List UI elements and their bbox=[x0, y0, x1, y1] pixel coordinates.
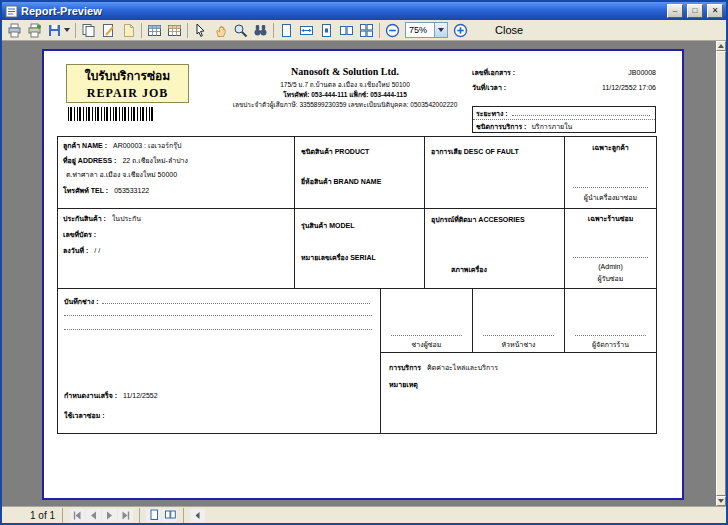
title-bar[interactable]: Report-Preview – □ ✕ bbox=[2, 2, 726, 20]
single-page-mode-button[interactable] bbox=[146, 509, 161, 522]
page-button[interactable] bbox=[119, 22, 138, 39]
table-view-icon bbox=[147, 23, 162, 38]
document-area[interactable]: ใบรับบริการซ่อม REPAIR JOB Nanosoft & So… bbox=[2, 41, 726, 506]
customer-tel-value: 053533122 bbox=[114, 186, 149, 195]
actual-size-view-button[interactable] bbox=[317, 22, 336, 39]
tech-note-label: บันทึกช่าง : bbox=[64, 297, 98, 306]
zoom-in-icon bbox=[453, 23, 468, 38]
company-tax-id: เลขประจำตัวผู้เสียภาษี: 3355899230359 เล… bbox=[202, 100, 488, 109]
zoom-value: 75% bbox=[406, 25, 434, 35]
multi-page-view-button[interactable] bbox=[357, 22, 376, 39]
shop-only-label: เฉพาะร้านซ่อม bbox=[565, 214, 656, 223]
receiver-label: ผู้รับซ่อม bbox=[565, 274, 656, 283]
customer-address-label: ที่อยู่ ADDRESS : bbox=[63, 156, 116, 165]
two-page-view-icon bbox=[339, 23, 354, 38]
company-phone: โทรศัพท์: 053-444-111 แฟ็กซ์: 053-444-11… bbox=[202, 90, 488, 99]
edit-page-icon bbox=[101, 23, 116, 38]
table-view-button[interactable] bbox=[145, 22, 164, 39]
service-kind-label: ชนิดการบริการ : bbox=[476, 122, 526, 131]
document-info: เลขที่เอกสาร : JB00008 วันที่/เวลา : 11/… bbox=[472, 68, 656, 98]
close-preview-button[interactable]: Close bbox=[485, 22, 533, 39]
copy-button[interactable] bbox=[79, 22, 98, 39]
chevron-down-icon bbox=[438, 28, 444, 32]
note-line bbox=[64, 315, 372, 316]
page-indicator: 1 of 1 bbox=[30, 510, 55, 521]
statusbar-separator bbox=[139, 508, 140, 523]
scroll-up-button[interactable] bbox=[716, 41, 726, 51]
maximize-button[interactable]: □ bbox=[687, 4, 703, 18]
export-icon bbox=[47, 23, 62, 38]
arrow-up-icon bbox=[718, 44, 724, 48]
customer-sign-cell: เฉพาะลูกค้า ผู้นำเครื่องมาซ่อม bbox=[565, 137, 656, 209]
page-width-view-button[interactable] bbox=[297, 22, 316, 39]
pan-hand-button[interactable] bbox=[211, 22, 230, 39]
export-button[interactable] bbox=[45, 22, 72, 39]
zoom-in-button[interactable] bbox=[451, 22, 470, 39]
customer-address1-value: 22 ถ.เชียงใหม่-ลำปาง bbox=[122, 156, 188, 165]
zoom-magnifier-button[interactable] bbox=[231, 22, 250, 39]
zoom-out-icon bbox=[385, 23, 400, 38]
previous-page-button[interactable] bbox=[86, 509, 101, 522]
table-style-button[interactable] bbox=[165, 22, 184, 39]
doc-no-value: JB00008 bbox=[628, 68, 656, 77]
edit-page-button[interactable] bbox=[99, 22, 118, 39]
close-window-button[interactable]: ✕ bbox=[707, 4, 723, 18]
repair-job-title-th: ใบรับบริการซ่อม bbox=[85, 66, 170, 85]
scrollbar-thumb[interactable] bbox=[716, 51, 726, 496]
warranty-label: ประกันสินค้า : bbox=[63, 214, 106, 223]
warranty-value: ในประกัน bbox=[112, 214, 141, 223]
first-page-button[interactable] bbox=[70, 509, 85, 522]
condition-label: สภาพเครื่อง bbox=[451, 265, 487, 274]
whole-page-view-button[interactable] bbox=[277, 22, 296, 39]
arrow-down-icon bbox=[718, 499, 724, 503]
warranty-card-no-label: เลขที่บัตร : bbox=[63, 230, 96, 239]
zoom-out-button[interactable] bbox=[383, 22, 402, 39]
scroll-down-button[interactable] bbox=[716, 496, 726, 506]
doc-no-label: เลขที่เอกสาร : bbox=[472, 68, 515, 77]
bringer-label: ผู้นำเครื่องมาซ่อม bbox=[565, 193, 656, 202]
warranty-cell: ประกันสินค้า : ในประกัน เลขที่บัตร : ลงว… bbox=[58, 209, 295, 289]
print-button[interactable] bbox=[5, 22, 24, 39]
toolbar: 75% Close bbox=[2, 20, 726, 41]
next-page-button[interactable] bbox=[102, 509, 117, 522]
continuous-mode-button[interactable] bbox=[162, 509, 177, 522]
fault-cell: อาการเสีย DESC OF FAULT bbox=[425, 137, 565, 209]
vertical-scrollbar[interactable] bbox=[716, 41, 726, 506]
signature-line bbox=[391, 335, 462, 336]
export-dropdown-icon bbox=[64, 28, 70, 32]
copy-icon bbox=[81, 23, 96, 38]
customer-tel-label: โทรศัพท์ TEL : bbox=[63, 186, 108, 195]
note-line bbox=[64, 329, 372, 330]
actual-size-view-icon bbox=[319, 23, 334, 38]
duration-label: ใช้เวลาซ่อม : bbox=[64, 411, 105, 420]
select-cursor-button[interactable] bbox=[191, 22, 210, 39]
single-page-mode-icon bbox=[148, 509, 160, 521]
warranty-card-date-value: / / bbox=[94, 246, 100, 255]
form-table: ลูกค้า NAME : AR00003 : เอเวอร์กรุ๊ป ที่… bbox=[57, 136, 657, 434]
zoom-dropdown-button[interactable] bbox=[434, 23, 447, 37]
toolbar-separator bbox=[273, 23, 274, 38]
last-page-button[interactable] bbox=[118, 509, 133, 522]
repair-job-title-en: REPAIR JOB bbox=[87, 86, 168, 101]
print-setup-button[interactable] bbox=[25, 22, 44, 39]
search-text-button[interactable] bbox=[251, 22, 270, 39]
zoom-combobox[interactable]: 75% bbox=[405, 22, 448, 38]
serial-label: หมายเลขเครื่อง SERIAL bbox=[301, 253, 376, 262]
two-page-view-button[interactable] bbox=[337, 22, 356, 39]
product-brand-label: ยี่ห้อสินค้า BRAND NAME bbox=[301, 177, 381, 186]
scroll-left-button[interactable] bbox=[190, 509, 205, 522]
technician-sign-box: ช่างผู้ซ่อม bbox=[381, 289, 473, 353]
barcode bbox=[68, 107, 154, 121]
page-icon bbox=[121, 23, 136, 38]
manager-sign-box: ผู้จัดการร้าน bbox=[565, 289, 656, 353]
technician-label: ช่างผู้ซ่อม bbox=[381, 340, 472, 349]
product-kind-label: ชนิดสินค้า PRODUCT bbox=[301, 147, 369, 156]
report-page: ใบรับบริการซ่อม REPAIR JOB Nanosoft & So… bbox=[42, 49, 684, 500]
minimize-button[interactable]: – bbox=[667, 4, 683, 18]
toolbar-separator bbox=[75, 23, 76, 38]
tech-notes-cell: บันทึกช่าง : กำหนดงานเสร็จ : 11/12/2552 … bbox=[58, 289, 381, 433]
select-cursor-icon bbox=[193, 23, 208, 38]
datetime-value: 11/12/2552 17:06 bbox=[602, 83, 656, 92]
previous-page-icon bbox=[88, 510, 99, 521]
product-cell: ชนิดสินค้า PRODUCT ยี่ห้อสินค้า BRAND NA… bbox=[295, 137, 425, 209]
